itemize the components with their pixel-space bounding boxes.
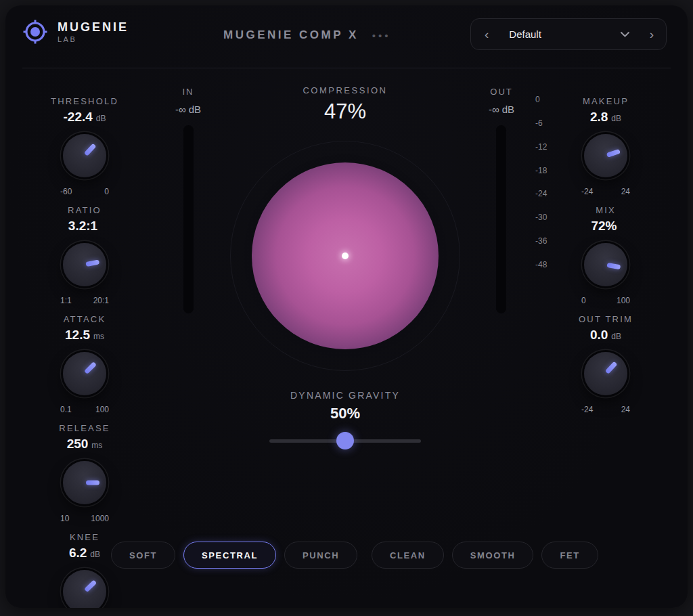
page-title: MUGENIE COMP X — [223, 28, 359, 42]
scale-tick: -12 — [535, 142, 562, 152]
attack-knob[interactable] — [63, 352, 106, 395]
knob-pointer — [606, 263, 621, 269]
knee-value: 6.2 — [69, 546, 87, 560]
plugin-window: MUGENIE LAB MUGENIE COMP X ••• ‹ Default… — [5, 5, 688, 608]
makeup-knob[interactable] — [584, 134, 627, 177]
target-logo-icon — [22, 19, 48, 45]
mix-knob[interactable] — [584, 243, 627, 286]
knob-pointer — [85, 259, 99, 267]
mix-label: MIX — [596, 205, 616, 216]
knob-pointer — [84, 361, 97, 374]
knee-mode-group: SOFT SPECTRAL PUNCH — [111, 542, 357, 569]
threshold-unit: dB — [96, 114, 106, 123]
attack-control: ATTACK 12.5ms 0.1100 — [60, 314, 109, 423]
mode-button-soft[interactable]: SOFT — [111, 542, 175, 569]
compression-value: 47% — [244, 100, 447, 124]
attack-label: ATTACK — [64, 314, 106, 325]
knee-label: KNEE — [70, 532, 99, 543]
character-group: CLEAN SMOOTH FET — [372, 542, 598, 569]
ratio-knob[interactable] — [63, 243, 106, 286]
character-button-smooth[interactable]: SMOOTH — [452, 542, 534, 569]
release-control: RELEASE 250ms 101000 — [59, 423, 110, 532]
right-controls-column: MAKEUP 2.8dB -2424 MIX 72% 0100 OUT TRIM… — [565, 96, 646, 423]
in-meter-value: -∞ dB — [175, 104, 201, 115]
gravity-slider[interactable] — [269, 432, 421, 449]
makeup-max: 24 — [621, 187, 630, 196]
release-value: 250 — [67, 437, 89, 452]
makeup-min: -24 — [581, 187, 593, 196]
mix-max: 100 — [617, 296, 630, 305]
knee-knob[interactable] — [63, 570, 106, 608]
knob-pointer — [84, 579, 97, 592]
makeup-value: 2.8 — [590, 110, 608, 125]
character-button-fet[interactable]: FET — [541, 542, 598, 569]
attack-min: 0.1 — [60, 405, 72, 414]
preset-prev-button[interactable]: ‹ — [480, 25, 493, 43]
makeup-control: MAKEUP 2.8dB -2424 — [581, 96, 630, 205]
ratio-control: RATIO 3.2:1 1:120:1 — [60, 205, 109, 314]
outtrim-label: OUT TRIM — [579, 314, 633, 325]
scale-tick: -24 — [535, 189, 562, 198]
attack-max: 100 — [95, 405, 109, 414]
scale-tick: 0 — [535, 95, 562, 104]
release-knob[interactable] — [63, 461, 106, 504]
chevron-down-icon[interactable] — [621, 32, 629, 37]
preset-selector[interactable]: ‹ Default › — [470, 18, 667, 50]
orb-center-dot — [342, 252, 349, 259]
mode-button-punch[interactable]: PUNCH — [284, 542, 357, 569]
mix-value: 72% — [591, 219, 617, 234]
mode-button-spectral[interactable]: SPECTRAL — [183, 542, 276, 569]
release-unit: ms — [91, 441, 102, 450]
ratio-value: 3.2:1 — [68, 219, 97, 234]
knob-pointer — [605, 361, 618, 374]
outtrim-max: 24 — [621, 405, 630, 414]
in-meter-label: IN — [183, 87, 194, 97]
preset-next-button[interactable]: › — [646, 25, 658, 43]
release-label: RELEASE — [59, 423, 110, 434]
out-meter-value: -∞ dB — [489, 104, 514, 115]
dynamic-gravity-control: DYNAMIC GRAVITY 50% — [244, 390, 447, 449]
preset-name: Default — [509, 28, 541, 40]
knob-pointer — [86, 481, 99, 485]
header-divider — [22, 68, 671, 68]
slider-thumb[interactable] — [336, 432, 354, 449]
outtrim-knob[interactable] — [584, 352, 627, 395]
release-max: 1000 — [91, 514, 109, 523]
brand-logo: MUGENIE LAB — [22, 19, 129, 45]
outtrim-unit: dB — [611, 332, 621, 341]
out-level-meter — [496, 125, 506, 313]
threshold-control: THRESHOLD -22.4dB -600 — [51, 96, 118, 205]
outtrim-value: 0.0 — [590, 328, 608, 343]
release-min: 10 — [60, 514, 69, 523]
knee-unit: dB — [90, 550, 100, 559]
scale-tick: -48 — [535, 260, 562, 269]
outtrim-min: -24 — [581, 405, 593, 414]
attack-value: 12.5 — [65, 328, 90, 343]
compression-label: COMPRESSION — [244, 85, 447, 95]
character-button-clean[interactable]: CLEAN — [372, 542, 444, 569]
makeup-label: MAKEUP — [583, 96, 629, 107]
scale-tick: -18 — [535, 166, 562, 175]
in-level-meter — [183, 125, 194, 313]
knee-control: KNEE 6.2dB — [60, 532, 109, 608]
brand-sub: LAB — [58, 35, 129, 43]
threshold-min: -60 — [60, 187, 72, 196]
threshold-label: THRESHOLD — [51, 96, 118, 107]
threshold-max: 0 — [104, 187, 109, 196]
brand-name: MUGENIE — [58, 20, 129, 35]
knob-pointer — [84, 144, 97, 156]
scale-tick: -30 — [535, 213, 562, 222]
outtrim-control: OUT TRIM 0.0dB -2424 — [579, 314, 633, 423]
ratio-max: 20:1 — [93, 296, 109, 305]
knob-pointer — [606, 149, 621, 158]
mix-control: MIX 72% 0100 — [581, 205, 630, 314]
threshold-knob[interactable] — [63, 134, 106, 177]
attack-unit: ms — [93, 332, 104, 341]
threshold-value: -22.4 — [63, 110, 92, 125]
overflow-menu-dots[interactable]: ••• — [372, 30, 391, 41]
gravity-label: DYNAMIC GRAVITY — [290, 390, 400, 401]
scale-tick: -36 — [535, 236, 562, 246]
ratio-min: 1:1 — [60, 296, 72, 305]
makeup-unit: dB — [611, 114, 621, 123]
db-scale: 0 -6 -12 -18 -24 -30 -36 -48 — [535, 95, 562, 269]
